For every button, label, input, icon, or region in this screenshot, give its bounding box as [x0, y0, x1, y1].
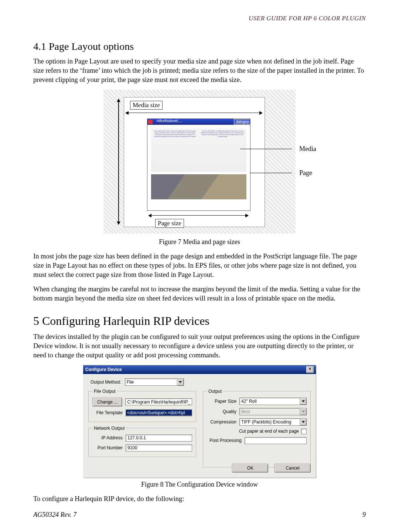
- para-5-intro: The devices installed by the plugin can …: [33, 332, 366, 360]
- network-output-group: Network Output IP Address Port Number: [88, 426, 196, 457]
- ok-button[interactable]: OK: [232, 464, 268, 473]
- ip-address-input[interactable]: [126, 435, 192, 442]
- file-output-legend: File Output: [92, 389, 117, 394]
- cut-paper-checkbox[interactable]: [301, 429, 307, 434]
- page-box: >liforthislevel.... dalogep Lorem ipsum …: [147, 119, 250, 211]
- figure-8-caption: Figure 8 The Configuration Device window: [33, 481, 366, 488]
- dialog-title-text: >liforthislevel....: [156, 119, 182, 123]
- chevron-down-icon: [177, 379, 184, 385]
- media-width-arrow: [126, 113, 262, 113]
- quality-select: Best: [239, 408, 307, 415]
- dialog-body-text-icon: Lorem ipsum dolor sit amet consectetur a…: [151, 128, 246, 172]
- figure-7-caption: Figure 7 Media and page sizes: [33, 238, 366, 246]
- footer-doc-id: AG50324 Rev. 7: [33, 511, 76, 519]
- file-template-label: File Template: [92, 410, 126, 415]
- output-method-select[interactable]: File: [125, 378, 184, 386]
- svg-marker-1: [302, 400, 305, 402]
- file-template-input[interactable]: <dos>out<5unique>.<dot>hpl: [126, 410, 192, 416]
- para-after-fig8: To configure a Harlequin RIP device, do …: [33, 494, 366, 504]
- change-button[interactable]: Change ...: [92, 398, 122, 406]
- dialog-dot-icon: [148, 120, 153, 124]
- compression-select[interactable]: TIFF (Packbits) Encoding: [239, 418, 307, 426]
- svg-marker-3: [302, 421, 305, 423]
- running-header: USER GUIDE FOR HP 6 COLOR PLUGIN: [33, 15, 366, 22]
- configure-device-window: Configure Device × Output Method: File: [83, 365, 316, 478]
- para-4-1-intro: The options in Page Layout are used to s…: [33, 57, 366, 85]
- svg-marker-0: [179, 381, 182, 383]
- page-leader-line: [250, 173, 292, 173]
- compression-label: Compression: [207, 419, 239, 425]
- media-size-label: Media size: [130, 101, 163, 110]
- media-leader-line: [240, 149, 292, 149]
- post-processing-label: Post Processing: [207, 438, 245, 443]
- footer-page-number: 9: [362, 511, 366, 519]
- paper-size-value: 42" Roll: [241, 399, 257, 404]
- figure-7: Media size >liforthislevel.... dalogep L…: [33, 90, 366, 235]
- file-output-group: File Output Change ... File Template <do…: [88, 389, 196, 422]
- port-number-label: Port Number: [92, 445, 126, 450]
- compression-value: TIFF (Packbits) Encoding: [241, 419, 291, 425]
- output-group: Output Paper Size 42" Roll: [203, 389, 311, 467]
- heading-4-1: 4.1 Page Layout options: [33, 41, 366, 52]
- output-method-label: Output Method:: [91, 380, 125, 385]
- output-legend: Output: [207, 389, 223, 394]
- chevron-down-icon: [300, 398, 306, 405]
- network-output-legend: Network Output: [92, 426, 126, 431]
- page-side-label: Page: [299, 169, 312, 177]
- port-number-input[interactable]: [126, 445, 192, 452]
- quality-value: Best: [241, 409, 250, 414]
- page-width-arrow: [149, 215, 248, 216]
- dialog-titlebar: >liforthislevel.... dalogep: [147, 119, 250, 125]
- dialog-photo-icon: [151, 174, 246, 199]
- post-processing-input[interactable]: [245, 437, 307, 444]
- window-title: Configure Device: [85, 367, 122, 372]
- output-method-value: File: [127, 380, 134, 385]
- change-path-input[interactable]: [125, 398, 192, 405]
- chevron-down-icon: [300, 408, 306, 415]
- window-titlebar: Configure Device ×: [83, 365, 316, 374]
- media-height-arrow: [118, 99, 119, 224]
- para-4-1-p3: When changing the margins be careful not…: [33, 285, 366, 303]
- media-side-label: Media: [299, 145, 316, 153]
- ip-address-label: IP Address: [92, 435, 126, 440]
- paper-size-select[interactable]: 42" Roll: [239, 398, 307, 405]
- heading-5: 5 Configuring Harlequin RIP devices: [33, 314, 366, 328]
- para-4-1-p2: In most jobs the page size has been defi…: [33, 252, 366, 279]
- svg-marker-2: [302, 411, 305, 412]
- chevron-down-icon: [300, 419, 306, 425]
- paper-size-label: Paper Size: [207, 399, 239, 404]
- close-icon[interactable]: ×: [306, 366, 314, 373]
- figure-8: Configure Device × Output Method: File: [33, 365, 366, 478]
- page-size-label: Page size: [155, 219, 184, 228]
- cancel-button[interactable]: Cancel: [274, 464, 311, 473]
- dialog-tag: dalogep: [234, 119, 251, 124]
- cut-paper-label: Cut paper at end of each page: [239, 429, 299, 434]
- quality-label: Quality: [207, 409, 239, 414]
